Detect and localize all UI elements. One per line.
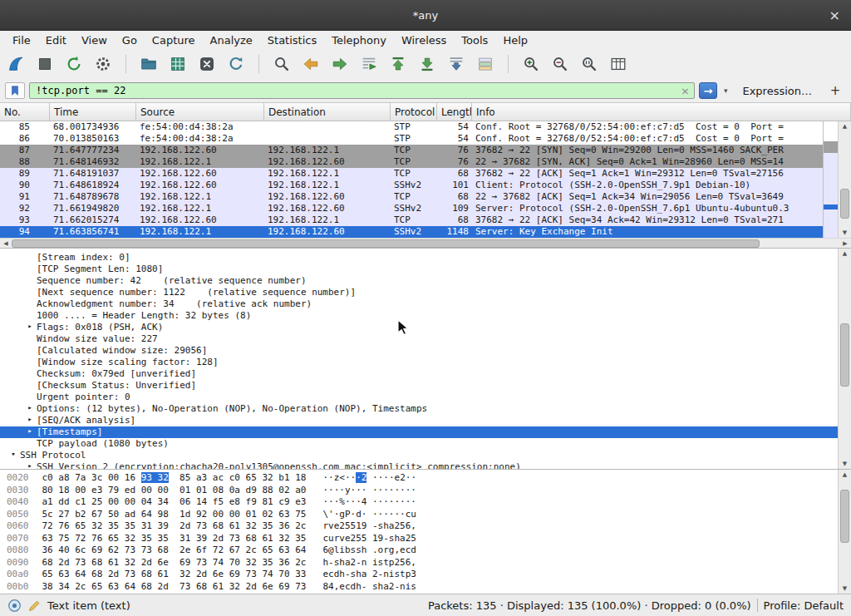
scrollbar-thumb[interactable]	[840, 323, 849, 387]
title-bar[interactable]: *any ×	[0, 0, 851, 31]
filter-apply-button[interactable]: →	[699, 82, 717, 99]
detail-line[interactable]: ▸[SEQ/ACK analysis]	[0, 415, 838, 426]
zoom-out-icon[interactable]	[549, 53, 571, 75]
hex-row[interactable]: 00a065 63 64 68 2d 73 68 61 32 2d 6e 69 …	[7, 569, 838, 581]
packet-list-scrollbar[interactable]: ▲ ▼	[838, 121, 851, 238]
reload-icon[interactable]	[225, 53, 247, 75]
detail-line[interactable]: 1000 .... = Header Length: 32 bytes (8)	[0, 310, 838, 322]
packet-row[interactable]: 8670.013850163fe:54:00:d4:38:2aSTP54Conf…	[0, 133, 823, 145]
column-header-time[interactable]: Time	[50, 103, 136, 121]
packet-list-hscrollbar[interactable]: ◀ ▶	[0, 238, 851, 248]
hex-row[interactable]: 0040a1 dd c1 25 00 00 04 34 06 14 f5 e8 …	[7, 496, 838, 509]
detail-line[interactable]: TCP payload (1080 bytes)	[0, 438, 838, 450]
detail-line[interactable]: ▸[Timestamps]	[0, 426, 838, 438]
packet-row[interactable]: 8971.648191037192.168.122.60192.168.122.…	[0, 168, 823, 180]
packet-row[interactable]: 8771.647777234192.168.122.60192.168.122.…	[0, 145, 823, 156]
capture-options-icon[interactable]	[92, 53, 114, 75]
detail-line[interactable]: Window size value: 227	[0, 333, 838, 345]
detail-line[interactable]: Sequence number: 42 (relative sequence n…	[0, 275, 838, 287]
menu-item-edit[interactable]: Edit	[38, 32, 74, 48]
detail-line[interactable]: ▸Options: (12 bytes), No-Operation (NOP)…	[0, 403, 838, 415]
detail-line[interactable]: [TCP Segment Len: 1080]	[0, 264, 838, 275]
menu-item-tools[interactable]: Tools	[454, 32, 495, 48]
detail-line[interactable]: [Next sequence number: 1122 (relative se…	[0, 287, 838, 298]
hex-row[interactable]: 008036 40 6c 69 62 73 73 68 2e 6f 72 67 …	[7, 545, 838, 557]
detail-line[interactable]: [Window size scaling factor: 128]	[0, 357, 838, 368]
menu-item-statistics[interactable]: Statistics	[260, 32, 324, 48]
packet-row[interactable]: 9271.661949820192.168.122.1192.168.122.6…	[0, 203, 823, 214]
menu-item-wireless[interactable]: Wireless	[394, 32, 454, 48]
hscrollbar-thumb[interactable]	[12, 239, 760, 248]
hex-row[interactable]: 00b038 34 2c 65 63 64 68 2d 73 68 61 32 …	[7, 581, 838, 594]
hex-scrollbar[interactable]: ▲ ▼	[838, 470, 851, 594]
detail-scrollbar[interactable]: ▲ ▼	[838, 249, 851, 469]
column-header-source[interactable]: Source	[136, 103, 264, 121]
scrollbar-thumb[interactable]	[840, 189, 849, 219]
start-capture-icon[interactable]	[5, 53, 27, 75]
scroll-up-icon[interactable]: ▲	[839, 121, 851, 131]
scroll-up-icon[interactable]: ▲	[839, 249, 851, 259]
menu-item-view[interactable]: View	[74, 32, 115, 48]
hex-row[interactable]: 006072 76 65 32 35 35 31 39 2d 73 68 61 …	[7, 520, 838, 533]
scroll-up-icon[interactable]: ▲	[839, 470, 851, 480]
detail-line[interactable]: [Checksum Status: Unverified]	[0, 380, 838, 392]
packet-row[interactable]: 8568.001734936fe:54:00:d4:38:2aSTP54Conf…	[0, 121, 823, 133]
menu-item-capture[interactable]: Capture	[145, 32, 203, 48]
go-first-icon[interactable]	[387, 53, 409, 75]
column-header-no[interactable]: No.	[0, 103, 50, 121]
go-forward-icon[interactable]	[329, 53, 351, 75]
hex-row[interactable]: 0020c0 a8 7a 3c 00 16 93 32 85 a3 ac c0 …	[7, 472, 838, 485]
scrollbar-thumb[interactable]	[840, 490, 849, 544]
menu-item-telephony[interactable]: Telephony	[324, 32, 394, 48]
packet-row[interactable]: 9071.648618924192.168.122.60192.168.122.…	[0, 180, 823, 191]
go-last-icon[interactable]	[416, 53, 438, 75]
menu-item-file[interactable]: File	[5, 32, 38, 48]
detail-line[interactable]: [Stream index: 0]	[0, 252, 838, 264]
scroll-right-icon[interactable]: ▶	[839, 239, 851, 248]
filter-bookmark-button[interactable]	[5, 82, 25, 99]
capture-comment-pencil-icon[interactable]	[27, 599, 42, 613]
zoom-in-icon[interactable]	[520, 53, 542, 75]
filter-clear-icon[interactable]: ×	[681, 86, 690, 96]
detail-line[interactable]: [Calculated window size: 29056]	[0, 345, 838, 357]
filter-history-caret-icon[interactable]: ▾	[721, 86, 730, 95]
status-profile[interactable]: Profile: Default	[764, 599, 844, 612]
open-file-icon[interactable]	[138, 53, 160, 75]
colorize-icon[interactable]	[475, 53, 496, 75]
packet-row[interactable]: 9171.648789678192.168.122.1192.168.122.6…	[0, 191, 823, 203]
column-header-protocol[interactable]: Protocol	[391, 103, 437, 121]
column-header-length[interactable]: Length	[437, 103, 472, 121]
packet-row[interactable]: 9471.663856741192.168.122.1192.168.122.6…	[0, 226, 823, 238]
expert-info-icon[interactable]	[7, 599, 22, 613]
hex-row[interactable]: 003080 18 00 e3 79 ed 00 00 01 01 08 0a …	[7, 485, 838, 497]
hex-row[interactable]: 00505c 27 b2 67 50 ad 64 98 1d 92 00 00 …	[7, 509, 838, 521]
detail-line[interactable]: Checksum: 0x79ed [unverified]	[0, 368, 838, 380]
detail-line[interactable]: ▸SSH Version 2 (encryption:chacha20-poly…	[0, 461, 838, 469]
scroll-left-icon[interactable]: ◀	[0, 239, 12, 248]
menu-item-go[interactable]: Go	[115, 32, 145, 48]
auto-scroll-icon[interactable]	[445, 53, 467, 75]
detail-line[interactable]: ▾SSH Protocol	[0, 450, 838, 461]
column-header-destination[interactable]: Destination	[264, 103, 391, 121]
stop-capture-icon[interactable]	[34, 53, 56, 75]
packet-row[interactable]: 8871.648146932192.168.122.1192.168.122.6…	[0, 156, 823, 168]
display-filter-input[interactable]	[34, 84, 677, 97]
hex-row[interactable]: 009068 2d 73 68 61 32 2d 6e 69 73 74 70 …	[7, 557, 838, 569]
hex-row[interactable]: 007063 75 72 76 65 32 35 35 31 39 2d 73 …	[7, 533, 838, 545]
column-header-info[interactable]: Info	[472, 103, 851, 121]
detail-line[interactable]: Urgent pointer: 0	[0, 392, 838, 403]
go-to-packet-icon[interactable]	[358, 53, 380, 75]
close-window-icon[interactable]: ×	[829, 7, 840, 23]
menu-item-help[interactable]: Help	[495, 32, 535, 48]
detail-line[interactable]: Acknowledgment number: 34 (relative ack …	[0, 298, 838, 310]
zoom-original-icon[interactable]	[578, 53, 600, 75]
go-back-icon[interactable]	[300, 53, 322, 75]
close-file-icon[interactable]	[196, 53, 218, 75]
add-filter-button[interactable]: +	[824, 83, 846, 98]
detail-line[interactable]: ▸Flags: 0x018 (PSH, ACK)	[0, 322, 838, 333]
find-packet-icon[interactable]	[271, 53, 293, 75]
menu-item-analyze[interactable]: Analyze	[203, 32, 260, 48]
save-file-icon[interactable]	[167, 53, 189, 75]
expression-button[interactable]: Expression…	[734, 85, 820, 97]
resize-columns-icon[interactable]	[608, 53, 629, 75]
